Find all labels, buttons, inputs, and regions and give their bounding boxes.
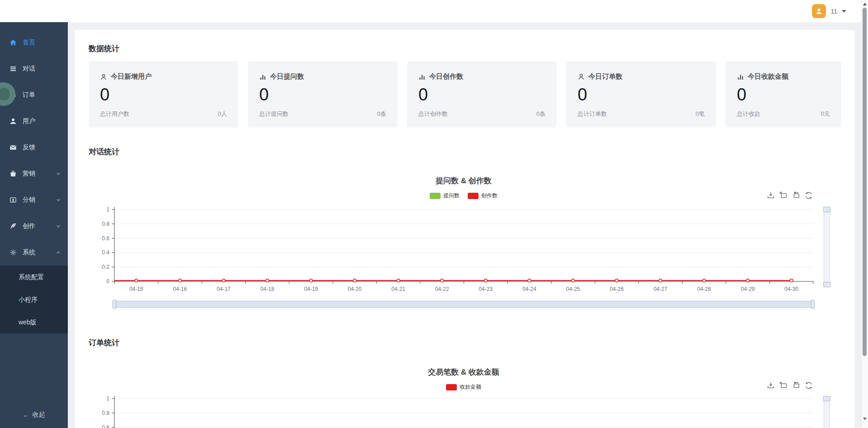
svg-text:04-24: 04-24	[522, 286, 536, 292]
submenu-item[interactable]: 小程序	[0, 288, 68, 311]
zoom-select-icon[interactable]	[779, 191, 788, 200]
stat-card: 今日提问数0总计提问数0条	[248, 61, 398, 128]
sidebar-item-label: 用户	[23, 117, 35, 125]
scrollbar-up-arrow[interactable]	[862, 0, 868, 7]
chevron-down-icon	[842, 10, 846, 13]
legend-item[interactable]: 收款金额	[446, 383, 481, 391]
stat-card-value: 0	[578, 86, 705, 103]
legend-swatch	[468, 193, 479, 199]
save-image-icon[interactable]	[766, 381, 775, 390]
svg-text:0.4: 0.4	[102, 249, 109, 256]
datazoom-x-handle-right[interactable]	[811, 300, 815, 309]
stat-card: 今日订单数0总计订单数0笔	[566, 61, 716, 128]
svg-text:04-18: 04-18	[261, 286, 275, 292]
chevron-down-icon	[56, 224, 61, 229]
stat-card: 今日收款金额0总计收款0元	[726, 61, 841, 128]
widget-icon	[0, 88, 10, 100]
stat-card-title: 今日提问数	[270, 72, 304, 81]
zoom-reset-icon[interactable]	[792, 381, 801, 390]
zoom-select-icon[interactable]	[779, 381, 788, 390]
datazoom-x-slider[interactable]	[114, 301, 813, 308]
sidebar-item-chat-list[interactable]: 对话	[0, 56, 68, 82]
stat-card-footer-label: 总计订单数	[578, 110, 607, 118]
stat-card: 今日创作数0总计创作数0条	[407, 61, 557, 128]
scrollbar-down-arrow[interactable]	[862, 415, 868, 422]
stat-card-value: 0	[737, 86, 830, 103]
sidebar-item-label: 分销	[23, 196, 35, 204]
sidebar-item-mail[interactable]: 反馈	[0, 134, 68, 161]
user-menu[interactable]: 11	[812, 4, 846, 18]
stat-card: 今日新增用户0总计用户数0人	[89, 61, 238, 128]
datazoom-y-handle-bottom[interactable]	[823, 282, 830, 287]
legend-item[interactable]: 提问数	[430, 192, 460, 200]
svg-text:04-22: 04-22	[435, 286, 449, 292]
svg-text:04-30: 04-30	[784, 286, 798, 292]
restore-icon[interactable]	[804, 191, 813, 200]
sidebar-item-label: 反馈	[23, 143, 35, 152]
sidebar-item-label: 营销	[23, 170, 35, 178]
svg-text:04-28: 04-28	[697, 286, 711, 292]
svg-text:04-27: 04-27	[654, 286, 668, 292]
scrollbar-thumb[interactable]	[863, 8, 867, 356]
datazoom-y-handle-top[interactable]	[823, 207, 830, 212]
bar-chart-icon	[737, 73, 744, 81]
stat-card-value: 0	[259, 86, 386, 103]
svg-text:04-17: 04-17	[217, 286, 231, 292]
avatar-person-icon	[815, 7, 823, 15]
sidebar-item-home[interactable]: 首页	[0, 29, 68, 56]
sidebar-item-gear[interactable]: 系统	[0, 239, 68, 266]
svg-text:04-25: 04-25	[566, 286, 580, 292]
collapse-button[interactable]: ← 收起	[0, 402, 68, 428]
svg-text:0.8: 0.8	[102, 221, 109, 227]
stat-card-footer-value: 0条	[536, 110, 545, 118]
svg-text:04-29: 04-29	[741, 286, 755, 292]
submenu-item[interactable]: 系统配置	[0, 266, 68, 288]
sidebar-item-user[interactable]: 用户	[0, 108, 68, 134]
chart-title: 提问数 & 创作数	[436, 176, 492, 186]
scrollbar[interactable]	[861, 0, 868, 428]
avatar	[812, 4, 826, 18]
svg-text:04-26: 04-26	[610, 286, 624, 292]
svg-text:1: 1	[106, 395, 109, 402]
svg-text:0.6: 0.6	[102, 235, 109, 242]
sidebar-item-label: 首页	[23, 38, 35, 47]
stat-card-footer-value: 0条	[377, 110, 386, 118]
datazoom-y-handle-top[interactable]	[823, 396, 830, 401]
stat-card-footer-label: 总计用户数	[100, 110, 129, 118]
svg-text:1: 1	[106, 206, 109, 213]
user-icon	[9, 118, 17, 125]
svg-text:0.2: 0.2	[102, 264, 109, 270]
person-card-icon	[100, 73, 107, 81]
submenu-item[interactable]: web版	[0, 311, 68, 333]
legend-item[interactable]: 创作数	[468, 192, 498, 200]
feather-icon	[9, 223, 17, 230]
datazoom-y-slider[interactable]	[824, 208, 830, 286]
stat-card-title: 今日收款金额	[748, 72, 788, 81]
stat-card-title: 今日新增用户	[111, 72, 152, 81]
svg-text:04-20: 04-20	[348, 286, 362, 292]
zoom-reset-icon[interactable]	[792, 191, 801, 200]
sidebar-item-id-card[interactable]: 分销	[0, 187, 68, 213]
sidebar-item-shopping-bag[interactable]: 营销	[0, 161, 68, 187]
legend-swatch	[446, 384, 457, 390]
top-header: 11	[0, 0, 868, 22]
sidebar-item-feather[interactable]: 创作	[0, 213, 68, 239]
sidebar: 首页对话订单用户反馈营销分销创作系统系统配置小程序web版 ← 收起	[0, 22, 68, 428]
datazoom-y-slider[interactable]	[824, 397, 830, 428]
restore-icon[interactable]	[804, 381, 813, 390]
svg-text:04-16: 04-16	[173, 286, 187, 292]
stat-card-footer-value: 0人	[218, 110, 227, 118]
chart-toolbox	[766, 381, 813, 390]
svg-text:0.8: 0.8	[102, 410, 109, 416]
stat-card-footer-label: 总计提问数	[259, 110, 289, 118]
sidebar-item-label: 对话	[23, 65, 35, 73]
datazoom-x-handle-left[interactable]	[113, 300, 116, 309]
legend-label: 收款金额	[460, 383, 481, 391]
chat-list-icon	[9, 65, 17, 72]
person-card-icon	[578, 73, 585, 81]
home-icon	[9, 39, 17, 46]
mail-icon	[9, 144, 17, 151]
save-image-icon[interactable]	[766, 191, 775, 200]
submenu-system: 系统配置小程序web版	[0, 266, 68, 333]
chevron-down-icon	[56, 171, 61, 176]
